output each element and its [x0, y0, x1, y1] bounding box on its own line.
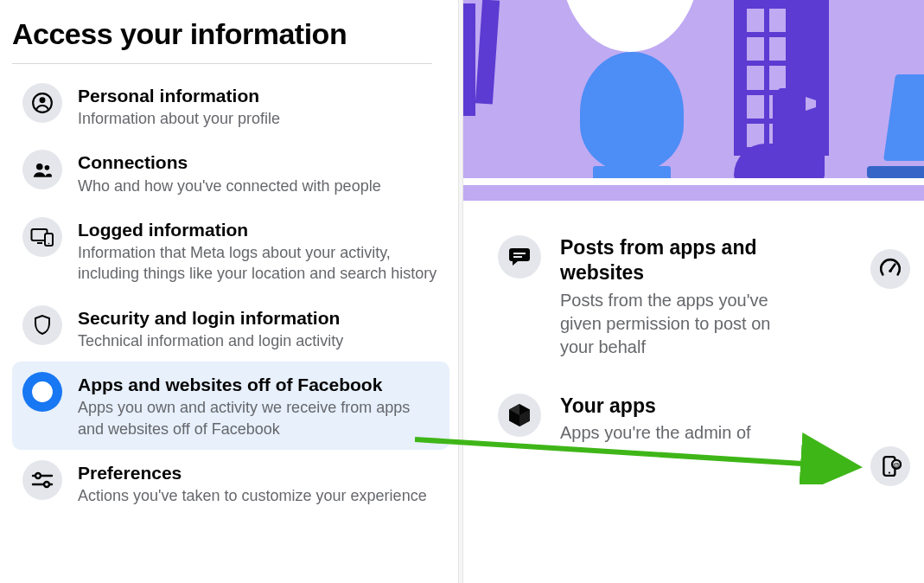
- card-posts-from-apps[interactable]: Posts from apps and websites Posts from …: [498, 235, 915, 359]
- svg-rect-11: [513, 253, 526, 254]
- phone-at-button[interactable]: @: [870, 446, 910, 486]
- svg-text:@: @: [893, 461, 899, 469]
- card-title: Posts from apps and websites: [560, 235, 802, 285]
- sidebar-item-desc: Information about your profile: [78, 108, 439, 129]
- sidebar-item-desc: Apps you own and activity we receive fro…: [78, 397, 439, 439]
- card-desc: Apps you're the admin of: [560, 421, 802, 445]
- globe-icon: [22, 372, 62, 412]
- people-icon: [22, 150, 62, 189]
- page-title: Access your information: [12, 17, 432, 64]
- cube-icon: [498, 394, 541, 437]
- sidebar: Access your information Personal informa…: [0, 0, 458, 583]
- sidebar-item-apps-websites[interactable]: Apps and websites off of Facebook Apps y…: [12, 362, 449, 450]
- sidebar-item-label: Personal information: [78, 85, 439, 106]
- sidebar-item-desc: Technical information and login activity: [78, 330, 439, 351]
- sidebar-item-connections[interactable]: Connections Who and how you've connected…: [12, 139, 449, 206]
- nav-list: Personal information Information about y…: [12, 73, 449, 517]
- profile-icon: [22, 83, 62, 123]
- sidebar-item-label: Security and login information: [78, 307, 439, 329]
- sidebar-item-personal-information[interactable]: Personal information Information about y…: [12, 73, 449, 139]
- sidebar-item-logged-information[interactable]: Logged information Information that Meta…: [12, 207, 449, 295]
- svg-point-13: [889, 269, 891, 272]
- svg-point-3: [45, 166, 50, 171]
- sidebar-item-security-login[interactable]: Security and login information Technical…: [12, 295, 449, 362]
- sidebar-item-desc: Actions you've taken to customize your e…: [78, 485, 439, 506]
- svg-point-2: [36, 163, 43, 170]
- comment-icon: [498, 235, 541, 279]
- sidebar-item-label: Logged information: [78, 219, 439, 240]
- svg-point-6: [48, 243, 50, 245]
- sidebar-item-preferences[interactable]: Preferences Actions you've taken to cust…: [12, 450, 449, 516]
- sliders-icon: [22, 460, 62, 500]
- card-desc: Posts from the apps you've given permiss…: [560, 289, 802, 359]
- svg-point-1: [40, 97, 46, 103]
- svg-point-9: [35, 473, 41, 478]
- hero-illustration: [463, 0, 924, 201]
- svg-rect-12: [513, 256, 522, 258]
- speedometer-button[interactable]: [870, 249, 910, 289]
- svg-point-10: [44, 482, 49, 487]
- sidebar-item-label: Preferences: [78, 462, 439, 484]
- sidebar-item-desc: Who and how you've connected with people: [78, 176, 439, 196]
- svg-point-15: [889, 472, 890, 474]
- content-area: Posts from apps and websites Posts from …: [463, 0, 924, 583]
- sidebar-item-desc: Information that Meta logs about your ac…: [78, 242, 439, 285]
- sidebar-item-label: Apps and websites off of Facebook: [78, 374, 439, 395]
- card-your-apps[interactable]: Your apps Apps you're the admin of: [498, 394, 915, 445]
- shield-icon: [22, 305, 62, 345]
- devices-icon: [22, 217, 62, 257]
- sidebar-item-label: Connections: [78, 151, 439, 173]
- card-title: Your apps: [560, 394, 802, 419]
